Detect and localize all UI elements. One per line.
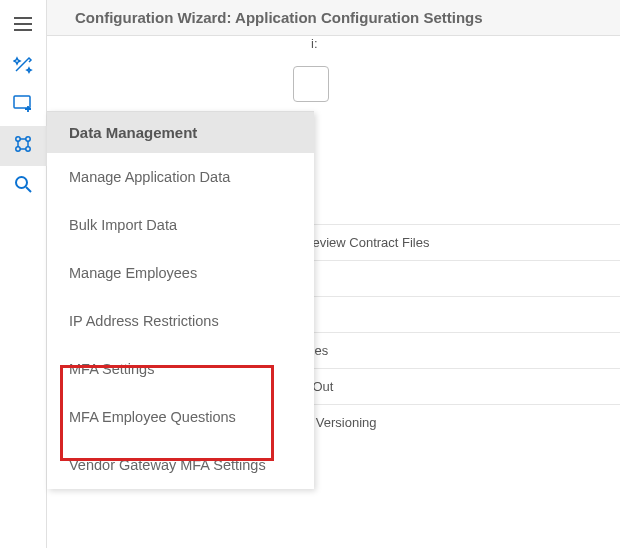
page-header: Configuration Wizard: Application Config… [47, 0, 620, 36]
page-title: Configuration Wizard: Application Config… [75, 9, 483, 26]
flyout-item-mfa-settings[interactable]: MFA Settings [47, 345, 314, 393]
svg-point-5 [16, 177, 27, 188]
wand-icon [13, 54, 33, 78]
hamburger-menu-button[interactable] [0, 6, 47, 46]
data-management-flyout: Data Management Manage Application Data … [47, 111, 314, 489]
svg-point-3 [16, 147, 20, 151]
info-fragment: i: [311, 36, 318, 51]
svg-point-1 [16, 137, 20, 141]
svg-point-4 [26, 147, 30, 151]
data-management-button[interactable] [0, 126, 47, 166]
flyout-item-vendor-gateway-mfa-settings[interactable]: Vendor Gateway MFA Settings [47, 441, 314, 489]
toolbar-button-outline[interactable] [293, 66, 329, 102]
wizard-button[interactable] [0, 46, 47, 86]
view-button[interactable] [0, 86, 47, 126]
hamburger-icon [14, 17, 32, 35]
screen-plus-icon [13, 95, 33, 117]
flyout-item-mfa-employee-questions[interactable]: MFA Employee Questions [47, 393, 314, 441]
left-rail [0, 0, 47, 548]
flyout-header: Data Management [47, 112, 314, 153]
search-button[interactable] [0, 166, 47, 206]
connections-icon [13, 134, 33, 158]
svg-point-2 [26, 137, 30, 141]
flyout-item-manage-application-data[interactable]: Manage Application Data [47, 153, 314, 201]
flyout-item-ip-address-restrictions[interactable]: IP Address Restrictions [47, 297, 314, 345]
flyout-item-bulk-import-data[interactable]: Bulk Import Data [47, 201, 314, 249]
flyout-item-manage-employees[interactable]: Manage Employees [47, 249, 314, 297]
search-icon [14, 175, 32, 197]
